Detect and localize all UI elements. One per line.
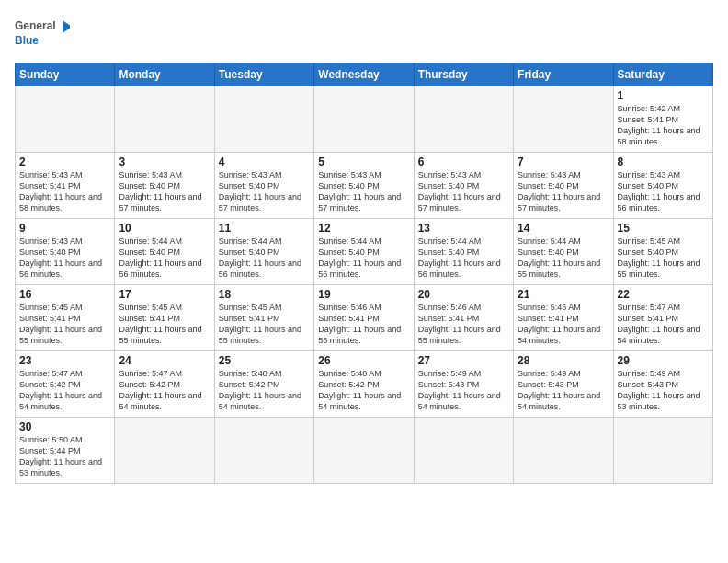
day-cell [214,86,313,153]
day-cell: 14Sunrise: 5:44 AMSunset: 5:40 PMDayligh… [514,219,613,285]
day-cell: 28Sunrise: 5:49 AMSunset: 5:43 PMDayligh… [514,351,613,418]
day-cell: 27Sunrise: 5:49 AMSunset: 5:43 PMDayligh… [414,351,513,418]
day-number: 1 [618,89,709,102]
day-cell: 23Sunrise: 5:47 AMSunset: 5:42 PMDayligh… [16,351,115,418]
day-info: Sunrise: 5:43 AMSunset: 5:40 PMDaylight:… [418,169,509,214]
day-number: 17 [119,288,210,301]
day-cell [514,418,613,484]
day-info: Sunrise: 5:47 AMSunset: 5:42 PMDaylight:… [19,368,110,413]
day-info: Sunrise: 5:43 AMSunset: 5:40 PMDaylight:… [19,236,110,281]
day-number: 24 [119,354,210,367]
day-cell: 20Sunrise: 5:46 AMSunset: 5:41 PMDayligh… [414,285,513,351]
day-number: 27 [418,354,509,367]
day-cell: 6Sunrise: 5:43 AMSunset: 5:40 PMDaylight… [414,153,513,219]
day-cell: 21Sunrise: 5:46 AMSunset: 5:41 PMDayligh… [514,285,613,351]
day-info: Sunrise: 5:43 AMSunset: 5:40 PMDaylight:… [618,169,709,214]
day-cell [414,418,513,484]
day-cell [514,86,613,153]
day-header-wednesday: Wednesday [314,63,414,86]
day-cell: 25Sunrise: 5:48 AMSunset: 5:42 PMDayligh… [214,351,313,418]
day-cell: 26Sunrise: 5:48 AMSunset: 5:42 PMDayligh… [314,351,414,418]
day-number: 4 [219,155,310,168]
day-cell [214,418,313,484]
page-header: General Blue [15,15,713,52]
day-cell: 30Sunrise: 5:50 AMSunset: 5:44 PMDayligh… [16,418,115,484]
day-cell [314,418,414,484]
day-cell: 4Sunrise: 5:43 AMSunset: 5:40 PMDaylight… [214,153,313,219]
day-info: Sunrise: 5:44 AMSunset: 5:40 PMDaylight:… [219,236,310,281]
day-number: 3 [119,155,210,168]
day-header-friday: Friday [514,63,613,86]
day-cell: 5Sunrise: 5:43 AMSunset: 5:40 PMDaylight… [314,153,414,219]
day-number: 28 [518,354,609,367]
day-number: 25 [219,354,310,367]
day-info: Sunrise: 5:43 AMSunset: 5:40 PMDaylight:… [219,169,310,214]
week-row-4: 16Sunrise: 5:45 AMSunset: 5:41 PMDayligh… [16,285,713,351]
day-info: Sunrise: 5:43 AMSunset: 5:40 PMDaylight:… [318,169,409,214]
day-info: Sunrise: 5:42 AMSunset: 5:41 PMDaylight:… [618,103,709,148]
day-header-thursday: Thursday [414,63,513,86]
day-info: Sunrise: 5:44 AMSunset: 5:40 PMDaylight:… [418,236,509,281]
day-info: Sunrise: 5:47 AMSunset: 5:41 PMDaylight:… [618,302,709,347]
day-cell: 8Sunrise: 5:43 AMSunset: 5:40 PMDaylight… [613,153,712,219]
day-info: Sunrise: 5:49 AMSunset: 5:43 PMDaylight:… [418,368,509,413]
day-cell [613,418,712,484]
day-cell: 12Sunrise: 5:44 AMSunset: 5:40 PMDayligh… [314,219,414,285]
day-info: Sunrise: 5:46 AMSunset: 5:41 PMDaylight:… [318,302,409,347]
day-number: 26 [318,354,409,367]
day-info: Sunrise: 5:50 AMSunset: 5:44 PMDaylight:… [19,434,110,479]
week-row-1: 1Sunrise: 5:42 AMSunset: 5:41 PMDaylight… [16,86,713,153]
logo-svg: General Blue [15,15,70,52]
day-number: 30 [19,420,110,433]
day-number: 11 [219,222,310,235]
day-info: Sunrise: 5:43 AMSunset: 5:41 PMDaylight:… [19,169,110,214]
day-cell [414,86,513,153]
day-info: Sunrise: 5:45 AMSunset: 5:40 PMDaylight:… [618,236,709,281]
day-cell: 7Sunrise: 5:43 AMSunset: 5:40 PMDaylight… [514,153,613,219]
day-cell [314,86,414,153]
day-info: Sunrise: 5:43 AMSunset: 5:40 PMDaylight:… [119,169,210,214]
day-number: 16 [19,288,110,301]
day-info: Sunrise: 5:44 AMSunset: 5:40 PMDaylight:… [318,236,409,281]
day-cell: 16Sunrise: 5:45 AMSunset: 5:41 PMDayligh… [16,285,115,351]
day-info: Sunrise: 5:45 AMSunset: 5:41 PMDaylight:… [19,302,110,347]
day-number: 7 [518,155,609,168]
day-number: 18 [219,288,310,301]
day-cell: 24Sunrise: 5:47 AMSunset: 5:42 PMDayligh… [115,351,214,418]
day-cell: 18Sunrise: 5:45 AMSunset: 5:41 PMDayligh… [214,285,313,351]
day-info: Sunrise: 5:45 AMSunset: 5:41 PMDaylight:… [119,302,210,347]
day-cell: 13Sunrise: 5:44 AMSunset: 5:40 PMDayligh… [414,219,513,285]
week-row-3: 9Sunrise: 5:43 AMSunset: 5:40 PMDaylight… [16,219,713,285]
day-cell: 10Sunrise: 5:44 AMSunset: 5:40 PMDayligh… [115,219,214,285]
day-number: 22 [618,288,709,301]
day-cell: 29Sunrise: 5:49 AMSunset: 5:43 PMDayligh… [613,351,712,418]
day-number: 5 [318,155,409,168]
day-info: Sunrise: 5:49 AMSunset: 5:43 PMDaylight:… [618,368,709,413]
logo: General Blue [15,15,70,52]
day-number: 23 [19,354,110,367]
svg-text:Blue: Blue [15,34,39,47]
days-header-row: SundayMondayTuesdayWednesdayThursdayFrid… [16,63,713,86]
day-cell: 1Sunrise: 5:42 AMSunset: 5:41 PMDaylight… [613,86,712,153]
day-number: 13 [418,222,509,235]
day-cell: 22Sunrise: 5:47 AMSunset: 5:41 PMDayligh… [613,285,712,351]
day-number: 6 [418,155,509,168]
week-row-5: 23Sunrise: 5:47 AMSunset: 5:42 PMDayligh… [16,351,713,418]
week-row-2: 2Sunrise: 5:43 AMSunset: 5:41 PMDaylight… [16,153,713,219]
day-info: Sunrise: 5:47 AMSunset: 5:42 PMDaylight:… [119,368,210,413]
day-number: 12 [318,222,409,235]
day-info: Sunrise: 5:43 AMSunset: 5:40 PMDaylight:… [518,169,609,214]
day-cell: 3Sunrise: 5:43 AMSunset: 5:40 PMDaylight… [115,153,214,219]
week-row-6: 30Sunrise: 5:50 AMSunset: 5:44 PMDayligh… [16,418,713,484]
day-number: 20 [418,288,509,301]
day-cell: 9Sunrise: 5:43 AMSunset: 5:40 PMDaylight… [16,219,115,285]
day-cell: 17Sunrise: 5:45 AMSunset: 5:41 PMDayligh… [115,285,214,351]
day-number: 10 [119,222,210,235]
day-header-tuesday: Tuesday [214,63,313,86]
day-info: Sunrise: 5:48 AMSunset: 5:42 PMDaylight:… [318,368,409,413]
day-header-sunday: Sunday [16,63,115,86]
day-info: Sunrise: 5:44 AMSunset: 5:40 PMDaylight:… [518,236,609,281]
day-cell [115,86,214,153]
day-info: Sunrise: 5:44 AMSunset: 5:40 PMDaylight:… [119,236,210,281]
day-info: Sunrise: 5:46 AMSunset: 5:41 PMDaylight:… [518,302,609,347]
